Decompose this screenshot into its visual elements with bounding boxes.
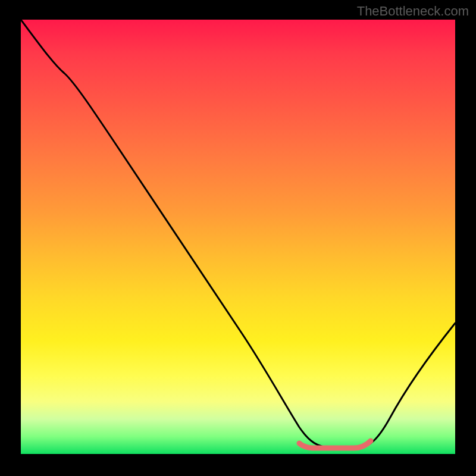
curve-path xyxy=(21,20,455,447)
highlight-segment xyxy=(299,441,371,448)
chart-plot-area xyxy=(21,20,455,454)
watermark-text: TheBottleneck.com xyxy=(357,4,469,19)
bottleneck-curve xyxy=(21,20,455,454)
